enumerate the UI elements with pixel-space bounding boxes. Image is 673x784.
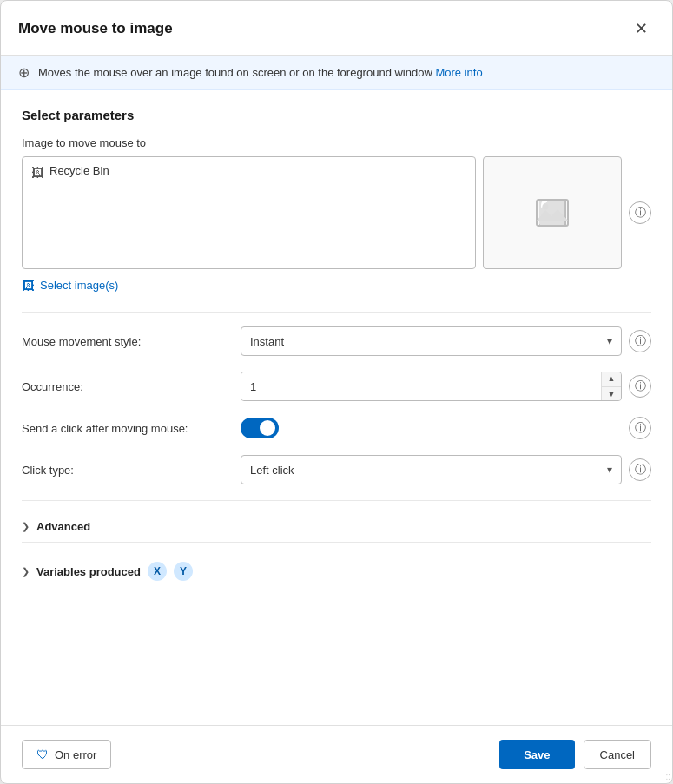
on-error-label: On error [55,748,96,761]
select-images-button[interactable]: 🖼 Select image(s) [22,278,118,293]
shield-icon: 🛡 [36,748,49,761]
title-bar: Move mouse to image ✕ [1,1,672,56]
occurrence-decrement[interactable]: ▼ [602,387,621,402]
param-click-type: Click type: Left click ▾ ⓘ [22,455,651,484]
mouse-movement-info-button[interactable]: ⓘ [629,330,651,352]
footer-actions: Save Cancel [499,740,651,769]
divider-1 [22,312,651,313]
click-type-dropdown[interactable]: Left click ▾ [241,455,622,484]
save-button[interactable]: Save [499,740,574,769]
move-mouse-dialog: Move mouse to image ✕ ⊕ Moves the mouse … [0,0,673,784]
more-info-link[interactable]: More info [435,66,482,79]
svg-rect-0 [537,200,568,226]
click-type-value: Left click [250,464,294,477]
toggle-knob [260,420,275,436]
mouse-movement-dropdown[interactable]: Instant ▾ [241,326,622,356]
image-row: 🖼 Recycle Bin ⬜ ⓘ [22,156,651,269]
svg-point-2 [543,204,549,210]
dialog-body: Select parameters Image to move mouse to… [1,90,672,725]
param-send-click: Send a click after moving mouse: ⓘ [22,417,651,439]
divider-3 [22,542,651,543]
info-banner-text: Moves the mouse over an image found on s… [38,66,655,79]
image-name: Recycle Bin [49,164,109,177]
param-control-send-click: ⓘ [241,417,651,439]
resize-hint: :: [665,772,670,781]
chevron-down-icon-2: ▾ [607,464,612,476]
occurrence-spinner: ▲ ▼ [601,372,621,401]
on-error-button[interactable]: 🛡 On error [22,740,111,769]
preview-placeholder-svg [535,198,570,227]
image-info-button[interactable]: ⓘ [629,201,651,224]
variable-y-badge: Y [174,562,193,581]
occurrence-input[interactable] [241,372,601,400]
param-label-mouse-movement: Mouse movement style: [22,335,230,348]
click-type-info-button[interactable]: ⓘ [629,458,651,481]
param-control-occurrence: ▲ ▼ ⓘ [241,372,651,401]
param-mouse-movement: Mouse movement style: Instant ▾ ⓘ [22,326,651,356]
divider-2 [22,500,651,501]
advanced-label: Advanced [36,520,90,533]
variables-chevron-icon: ❯ [22,566,30,577]
param-label-occurrence: Occurrence: [22,380,230,393]
select-images-icon: 🖼 [22,278,35,293]
advanced-chevron-icon: ❯ [22,521,30,532]
image-field-label: Image to move mouse to [22,136,651,149]
param-occurrence: Occurrence: ▲ ▼ ⓘ [22,372,651,401]
param-label-click-type: Click type: [22,464,230,477]
send-click-toggle[interactable] [241,418,279,438]
image-main-box[interactable]: 🖼 Recycle Bin [22,156,476,269]
param-control-mouse-movement: Instant ▾ ⓘ [241,326,651,356]
close-button[interactable]: ✕ [627,15,655,43]
send-click-info-button[interactable]: ⓘ [629,417,651,439]
image-icon: 🖼 [31,165,44,180]
chevron-down-icon: ▾ [607,335,612,347]
advanced-section[interactable]: ❯ Advanced [22,515,651,538]
section-title: Select parameters [22,108,651,122]
info-banner-icon: ⊕ [18,64,30,81]
variable-x-badge: X [148,562,167,581]
variables-section[interactable]: ❯ Variables produced X Y [22,557,651,586]
occurrence-increment[interactable]: ▲ [602,372,621,387]
cancel-button[interactable]: Cancel [584,740,651,769]
param-control-click-type: Left click ▾ ⓘ [241,455,651,484]
occurrence-number-wrap: ▲ ▼ [241,372,622,401]
info-banner: ⊕ Moves the mouse over an image found on… [1,56,672,90]
image-preview-box: ⬜ [483,156,622,269]
dialog-footer: 🛡 On error Save Cancel [1,725,672,783]
svg-marker-1 [537,209,568,221]
occurrence-info-button[interactable]: ⓘ [629,375,651,398]
mouse-movement-value: Instant [250,335,284,348]
variables-label: Variables produced [36,565,141,578]
param-label-send-click: Send a click after moving mouse: [22,422,230,435]
dialog-title: Move mouse to image [18,20,173,37]
